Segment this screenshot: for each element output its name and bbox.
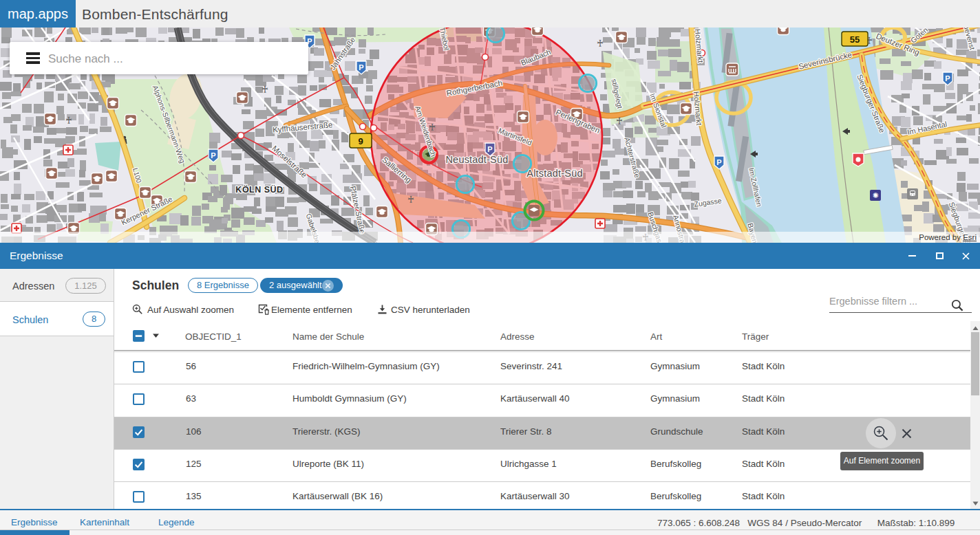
svg-text:Neustadt-Süd: Neustadt-Süd (445, 154, 508, 165)
svg-text:✺: ✺ (872, 191, 878, 199)
svg-text:9: 9 (358, 136, 363, 146)
svg-text:♰: ♰ (407, 195, 414, 205)
svg-text:P: P (945, 74, 950, 83)
svg-text:P: P (359, 63, 363, 72)
svg-text:♰: ♰ (262, 85, 268, 95)
svg-text:♰: ♰ (65, 116, 72, 126)
svg-text:P: P (716, 158, 721, 166)
svg-text:KÖLN SÜD: KÖLN SÜD (235, 184, 283, 195)
svg-text:Altstadt-Süd: Altstadt-Süd (526, 168, 582, 179)
svg-text:P: P (487, 145, 492, 153)
svg-text:55: 55 (850, 34, 860, 45)
svg-text:P: P (211, 151, 215, 160)
svg-text:♰: ♰ (616, 116, 623, 127)
svg-text:♰: ♰ (597, 39, 604, 49)
